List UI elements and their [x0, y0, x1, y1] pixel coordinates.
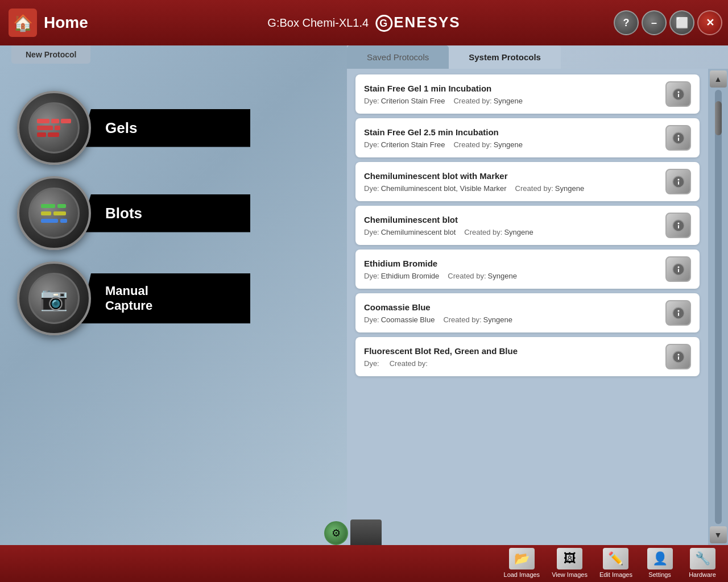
info-icon: [672, 131, 685, 145]
protocol-card[interactable]: Ethidium Bromide Dye:Ethidium Bromide Cr…: [355, 250, 700, 289]
camera-icon: 📷: [40, 285, 68, 312]
title-bar: 🏠 Home G:Box Chemi-XL1.4 GENESYS ? – ⬜ ✕: [0, 0, 728, 45]
manual-capture-button[interactable]: 📷 ManualCapture: [17, 261, 330, 335]
svg-rect-2: [678, 94, 679, 97]
svg-rect-5: [678, 138, 679, 141]
svg-rect-17: [678, 313, 679, 316]
info-icon: [672, 88, 685, 101]
scroll-down-button[interactable]: ▼: [710, 526, 727, 543]
protocol-card[interactable]: Coomassie Blue Dye:Coomassie Blue Create…: [355, 293, 700, 332]
protocol-created: Created by:: [390, 359, 429, 368]
gel-bar: [48, 132, 59, 137]
scroll-up-button[interactable]: ▲: [710, 70, 727, 88]
home-section: 🏠 Home: [9, 9, 88, 37]
g-circle: G: [375, 15, 392, 32]
tab-saved-protocols[interactable]: Saved Protocols: [347, 45, 449, 69]
protocol-meta: Dye:Coomassie Blue Created by:Syngene: [364, 315, 665, 324]
scrollbar-track: [715, 90, 722, 524]
gel-bar: [37, 132, 46, 137]
scrollbar-thumb[interactable]: [715, 101, 722, 135]
gels-label: Gels: [80, 109, 250, 147]
protocol-name: Ethidium Bromide: [364, 259, 665, 268]
protocol-info: Coomassie Blue Dye:Coomassie Blue Create…: [364, 302, 665, 324]
minimize-button[interactable]: –: [642, 10, 667, 35]
right-panel: Saved Protocols System Protocols Stain F…: [347, 45, 728, 545]
gels-button[interactable]: Gels: [17, 91, 330, 165]
view-images-icon-box: 🖼: [557, 548, 582, 569]
view-images-label: View Images: [552, 571, 588, 579]
protocol-info-button[interactable]: [665, 169, 691, 194]
protocol-card[interactable]: Stain Free Gel 2.5 min Incubation Dye:Cr…: [355, 118, 700, 157]
info-icon: [672, 350, 685, 364]
protocol-dye: Dye:: [364, 359, 381, 368]
protocol-card[interactable]: Chemiluminescent blot with Marker Dye:Ch…: [355, 162, 700, 201]
hardware-icon: 🔧: [695, 551, 710, 566]
settings-label: Settings: [648, 571, 671, 579]
main-content: New Protocol: [0, 45, 728, 545]
gel-bar: [37, 126, 53, 130]
tabs-header: Saved Protocols System Protocols: [347, 45, 728, 69]
protocol-card[interactable]: Chemiluminescent blot Dye:Chemiluminesce…: [355, 206, 700, 245]
scroll-controls: ▲ ▼: [708, 69, 728, 545]
blot-bar: [60, 219, 67, 223]
gel-bar: [51, 119, 59, 123]
protocol-created: Created by:Syngene: [515, 184, 585, 193]
blot-row-2: [41, 211, 67, 215]
protocol-info-button[interactable]: [665, 81, 691, 107]
gel-row-3: [37, 132, 59, 137]
toolbar-load-images[interactable]: 📂 Load Images: [499, 545, 545, 581]
settings-icon: 👤: [652, 551, 668, 566]
protocol-name: Coomassie Blue: [364, 302, 665, 312]
protocol-meta: Dye:Chemiluminescent blot Created by:Syn…: [364, 228, 665, 236]
svg-point-16: [677, 310, 679, 311]
tab-system-protocols[interactable]: System Protocols: [449, 45, 561, 69]
help-button[interactable]: ?: [614, 10, 639, 35]
protocol-info-button[interactable]: [665, 344, 691, 369]
protocol-dye: Dye:Ethidium Bromide: [364, 272, 439, 280]
load-images-icon: 📂: [514, 551, 530, 566]
svg-point-19: [677, 354, 679, 355]
protocol-info-button[interactable]: [665, 256, 691, 282]
blots-icon-circle: [17, 176, 91, 250]
blot-bar: [41, 204, 55, 208]
protocol-info-button[interactable]: [665, 300, 691, 326]
protocol-created: Created by:Syngene: [443, 315, 512, 324]
toolbar-edit-images[interactable]: ✏️ Edit Images: [595, 545, 637, 581]
svg-point-10: [677, 222, 679, 224]
blots-label: Blots: [80, 194, 250, 232]
protocol-card[interactable]: Fluorescent Blot Red, Green and Blue Dye…: [355, 337, 700, 376]
right-panel-inner: Stain Free Gel 1 min Incubation Dye:Crit…: [347, 69, 728, 545]
close-button[interactable]: ✕: [697, 10, 722, 35]
blot-row-1: [41, 204, 67, 208]
protocol-meta: Dye: Created by:: [364, 359, 665, 368]
svg-point-1: [677, 91, 679, 93]
protocol-info-button[interactable]: [665, 213, 691, 238]
left-panel: New Protocol: [0, 45, 347, 545]
protocol-card[interactable]: Stain Free Gel 1 min Incubation Dye:Crit…: [355, 74, 700, 114]
protocols-list: Stain Free Gel 1 min Incubation Dye:Crit…: [347, 69, 708, 545]
nav-buttons: Gels: [11, 80, 336, 347]
blot-bar: [57, 204, 66, 208]
toolbar-hardware[interactable]: 🔧 Hardware: [682, 545, 722, 581]
protocol-info-button[interactable]: [665, 125, 691, 151]
info-icon: [672, 219, 685, 232]
protocol-name: Chemiluminescent blot with Marker: [364, 171, 665, 181]
gel-bar: [61, 119, 71, 123]
protocol-created: Created by:Syngene: [464, 228, 533, 236]
blots-button[interactable]: Blots: [17, 176, 330, 250]
edit-images-label: Edit Images: [599, 571, 632, 579]
protocol-dye: Dye:Coomassie Blue: [364, 315, 435, 324]
gel-row-1: [37, 119, 71, 123]
toolbar-view-images[interactable]: 🖼 View Images: [547, 545, 592, 581]
toolbar-settings[interactable]: 👤 Settings: [640, 545, 680, 581]
home-icon: 🏠: [9, 9, 37, 37]
blot-bar: [53, 211, 66, 215]
protocol-created: Created by:Syngene: [448, 272, 517, 280]
svg-rect-11: [678, 225, 679, 228]
load-images-label: Load Images: [504, 571, 540, 579]
protocol-name: Stain Free Gel 2.5 min Incubation: [364, 127, 665, 137]
protocol-meta: Dye:Criterion Stain Free Created by:Syng…: [364, 97, 665, 105]
maximize-button[interactable]: ⬜: [669, 10, 694, 35]
new-protocol-tab[interactable]: New Protocol: [11, 45, 90, 64]
protocol-info: Chemiluminescent blot Dye:Chemiluminesce…: [364, 215, 665, 236]
